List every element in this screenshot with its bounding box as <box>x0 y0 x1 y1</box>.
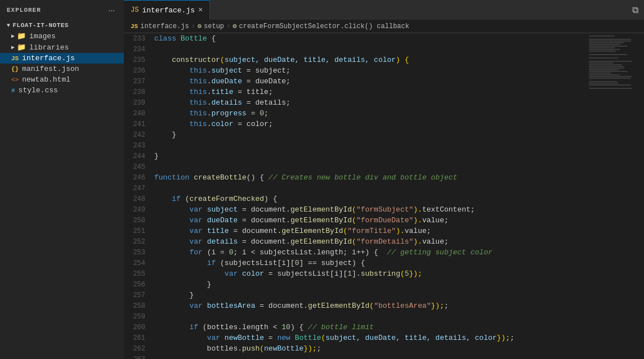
code-token <box>154 248 189 257</box>
code-token: subject, dueDate, title, details, color <box>225 56 396 64</box>
code-token: var <box>189 237 207 246</box>
folder-root[interactable]: ▼ FLOAT-IT-NOTES <box>0 20 124 30</box>
sidebar-item-manifest-json[interactable]: {} manifest.json <box>0 64 124 74</box>
split-editor-button[interactable]: ⧉ <box>631 4 639 16</box>
js-file-icon: JS <box>11 55 19 62</box>
line-number: 239 <box>131 97 145 108</box>
sidebar: EXPLORER ··· ▼ FLOAT-IT-NOTES ▶ 📁 images… <box>0 0 124 359</box>
code-token: subject, dueDate, title, details, color <box>325 334 497 342</box>
code-token: this <box>189 88 207 96</box>
minimap-line <box>589 49 620 50</box>
sidebar-item-libraries[interactable]: ▶ 📁 libraries <box>0 42 124 53</box>
sidebar-item-interface-js[interactable]: JS interface.js <box>0 53 124 64</box>
minimap-line <box>589 76 632 77</box>
code-token: progress <box>211 109 246 118</box>
minimap-line <box>589 42 624 43</box>
line-number: 263 <box>131 354 145 359</box>
line-number: 246 <box>131 172 145 183</box>
line-number: 245 <box>131 161 145 172</box>
code-token: bottles. <box>154 344 242 353</box>
code-token: "formSubject" <box>356 205 413 214</box>
chevron-down-icon: ▼ <box>7 23 11 29</box>
code-token: = title; <box>233 88 272 96</box>
code-token <box>154 195 172 203</box>
code-editor[interactable]: 2332342352362372382392402412422432442452… <box>124 33 644 359</box>
code-token: function <box>154 173 194 182</box>
line-number: 247 <box>131 183 145 194</box>
minimap-line <box>589 41 631 42</box>
sidebar-item-newtab-html[interactable]: <> newtab.html <box>0 74 124 85</box>
minimap-line <box>589 62 614 64</box>
code-token: createBottle <box>194 173 247 182</box>
minimap-line <box>589 54 627 55</box>
code-token: details <box>207 237 238 246</box>
code-token: getElementById <box>290 205 352 214</box>
folder-root-label: FLOAT-IT-NOTES <box>13 22 69 29</box>
code-token: color <box>242 270 264 278</box>
sidebar-header-icons: ··· <box>106 5 117 16</box>
code-token <box>154 227 189 235</box>
code-token: subject <box>211 66 242 75</box>
code-line: if (bottles.length < 10) { // bottle lim… <box>152 322 588 333</box>
sidebar-item-style-css[interactable]: # style.css <box>0 85 124 96</box>
code-token: ( <box>352 205 356 214</box>
line-number: 254 <box>131 258 145 268</box>
code-token: substring <box>361 270 400 278</box>
code-line: for (i = 0; i < subjectsList.length; i++… <box>152 247 588 258</box>
code-line: this.details = details; <box>152 97 588 108</box>
sidebar-item-style-css-label: style.css <box>19 86 58 95</box>
breadcrumb-sep-1: › <box>191 23 195 30</box>
code-token: ( <box>181 195 190 203</box>
code-token: push <box>242 344 260 353</box>
sidebar-item-libraries-label: libraries <box>29 43 69 52</box>
minimap-line <box>589 46 627 47</box>
tab-interface-js[interactable]: JS interface.js × <box>124 0 210 20</box>
minimap-line <box>589 59 594 60</box>
code-token <box>154 98 189 107</box>
minimap-line <box>589 37 594 38</box>
code-line <box>152 311 588 322</box>
code-token <box>154 302 189 310</box>
minimap-line <box>589 64 622 65</box>
code-token: newBottle <box>225 334 264 342</box>
html-file-icon: <> <box>11 77 19 83</box>
code-token: ( <box>343 227 348 235</box>
code-token <box>154 259 207 267</box>
code-line: bottles.push(newBottle});; <box>152 343 588 354</box>
code-token: this <box>189 77 207 86</box>
line-number: 243 <box>131 140 145 151</box>
code-line: this.subject = subject; <box>152 65 588 76</box>
sidebar-item-interface-js-label: interface.js <box>22 54 75 62</box>
code-line: } <box>152 129 588 140</box>
minimap-line <box>589 88 632 89</box>
tab-close-button[interactable]: × <box>198 6 203 15</box>
line-numbers: 2332342352362372382392402412422432442452… <box>124 33 152 359</box>
code-token: constructor <box>154 56 220 64</box>
line-number: 258 <box>131 300 145 311</box>
code-token: if <box>207 259 216 267</box>
code-token: value; <box>422 237 449 246</box>
sidebar-item-images[interactable]: ▶ 📁 images <box>0 30 124 42</box>
code-token: if <box>172 195 181 203</box>
sidebar-more-button[interactable]: ··· <box>106 5 117 16</box>
sidebar-item-manifest-json-label: manifest.json <box>22 65 79 73</box>
code-line <box>152 354 588 359</box>
code-token: details <box>211 98 242 107</box>
code-token: // Creates new bottle div and bottle obj… <box>269 173 457 182</box>
code-token: ]. <box>352 270 361 278</box>
code-line: this.title = title; <box>152 87 588 97</box>
code-lines: class Bottle { constructor(subject, dueD… <box>152 33 588 359</box>
code-token: } <box>154 291 194 299</box>
minimap-line <box>589 83 618 84</box>
line-number: 252 <box>131 236 145 247</box>
code-token <box>154 77 189 86</box>
breadcrumb-callback: createFormSubjectSelector.click() callba… <box>239 23 409 30</box>
code-token: class <box>154 34 181 43</box>
code-token: var <box>225 270 242 278</box>
code-token: getElementById <box>308 302 369 310</box>
code-token: ( <box>260 344 264 353</box>
code-token: this <box>189 98 207 107</box>
code-token: 0 <box>295 259 299 267</box>
code-token: if <box>189 323 198 331</box>
code-token: 5 <box>405 270 409 278</box>
